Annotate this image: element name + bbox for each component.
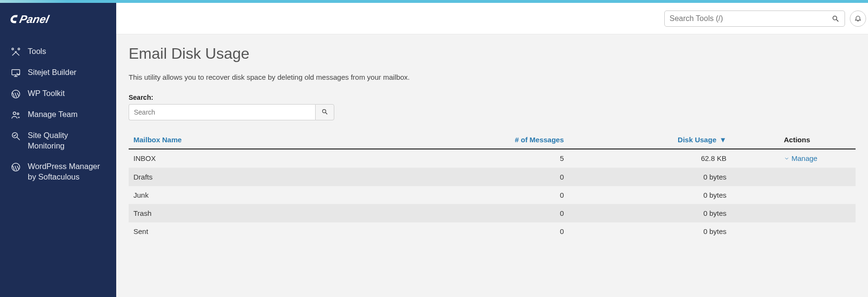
- manage-link[interactable]: Manage: [784, 154, 817, 162]
- col-header-label: Disk Usage: [678, 136, 716, 144]
- cell-disk-usage: 0 bytes: [569, 168, 731, 186]
- table-row: Trash00 bytes: [129, 204, 856, 222]
- cell-disk-usage: 0 bytes: [569, 204, 731, 222]
- sidebar-item-label: Tools: [28, 46, 107, 56]
- cell-mailbox-name: Drafts: [129, 168, 454, 186]
- cell-actions: [731, 168, 856, 186]
- search-icon[interactable]: [831, 14, 840, 23]
- wordpress-icon: [11, 89, 21, 99]
- cell-messages: 0: [454, 204, 569, 222]
- mailboxes-table: Mailbox Name # of Messages Disk Usage ▼ …: [129, 131, 856, 240]
- monitor-icon: [11, 68, 21, 78]
- table-row: Sent00 bytes: [129, 222, 856, 240]
- sidebar: Panel Tools Sitejet Builder WP Toolkit: [0, 3, 116, 297]
- sidebar-item-label: Sitejet Builder: [28, 67, 107, 77]
- svg-point-1: [12, 48, 14, 50]
- cell-messages: 0: [454, 186, 569, 204]
- sort-indicator-icon: ▼: [719, 136, 726, 144]
- cell-disk-usage: 0 bytes: [569, 222, 731, 240]
- sidebar-item-label: Manage Team: [28, 109, 107, 119]
- tools-icon: [11, 47, 21, 57]
- table-row: Junk00 bytes: [129, 186, 856, 204]
- col-header-label: Mailbox Name: [133, 136, 182, 144]
- cell-actions: [731, 204, 856, 222]
- cell-mailbox-name: Junk: [129, 186, 454, 204]
- cell-disk-usage: 62.8 KB: [569, 149, 731, 168]
- col-header-label: # of Messages: [515, 136, 564, 144]
- sidebar-item-wptoolkit[interactable]: WP Toolkit: [0, 83, 116, 104]
- search-label: Search:: [129, 94, 856, 101]
- col-header-label: Actions: [784, 136, 810, 144]
- svg-point-9: [833, 16, 837, 20]
- main-content: Email Disk Usage This utility allows you…: [116, 34, 868, 297]
- sidebar-item-wp-manager[interactable]: WordPress Manager by Softaculous: [0, 156, 116, 187]
- sidebar-item-label: Site Quality Monitoring: [28, 130, 107, 151]
- brand-logo[interactable]: Panel: [0, 11, 116, 35]
- cell-actions: Manage: [731, 149, 856, 168]
- svg-point-5: [13, 112, 16, 115]
- col-header-actions: Actions: [731, 131, 856, 149]
- wordpress-icon: [11, 162, 21, 172]
- manage-label: Manage: [791, 154, 817, 162]
- cell-mailbox-name: Trash: [129, 204, 454, 222]
- mailbox-search-row: [129, 104, 856, 120]
- cell-actions: [731, 222, 856, 240]
- search-tools-wrap[interactable]: [664, 11, 845, 27]
- cell-actions: [731, 186, 856, 204]
- cell-messages: 0: [454, 222, 569, 240]
- svg-rect-3: [12, 70, 20, 75]
- search-icon: [321, 108, 328, 117]
- cell-mailbox-name: Sent: [129, 222, 454, 240]
- table-row: INBOX562.8 KBManage: [129, 149, 856, 168]
- header-bar: [116, 3, 868, 34]
- table-row: Drafts00 bytes: [129, 168, 856, 186]
- sidebar-nav: Tools Sitejet Builder WP Toolkit Manage …: [0, 41, 116, 187]
- svg-point-6: [17, 113, 19, 115]
- quality-icon: [11, 131, 21, 141]
- svg-point-2: [18, 48, 20, 50]
- team-icon: [11, 110, 21, 120]
- cell-messages: 0: [454, 168, 569, 186]
- svg-point-10: [322, 109, 326, 113]
- chevron-down-icon: [784, 156, 790, 161]
- bell-icon: [854, 14, 862, 23]
- mailbox-search-input[interactable]: [129, 104, 315, 120]
- svg-text:Panel: Panel: [19, 13, 51, 25]
- cell-messages: 5: [454, 149, 569, 168]
- sidebar-item-label: WordPress Manager by Softaculous: [28, 161, 107, 182]
- page-description: This utility allows you to recover disk …: [129, 73, 856, 81]
- col-header-messages[interactable]: # of Messages: [454, 131, 569, 149]
- sidebar-item-sitejet[interactable]: Sitejet Builder: [0, 62, 116, 83]
- cell-disk-usage: 0 bytes: [569, 186, 731, 204]
- sidebar-item-tools[interactable]: Tools: [0, 41, 116, 62]
- mailbox-search-button[interactable]: [315, 104, 334, 120]
- search-tools-input[interactable]: [670, 14, 831, 23]
- cell-mailbox-name: INBOX: [129, 149, 454, 168]
- col-header-disk[interactable]: Disk Usage ▼: [569, 131, 731, 149]
- sidebar-item-site-quality[interactable]: Site Quality Monitoring: [0, 125, 116, 156]
- sidebar-item-label: WP Toolkit: [28, 88, 107, 98]
- page-title: Email Disk Usage: [129, 45, 856, 63]
- col-header-name[interactable]: Mailbox Name: [129, 131, 454, 149]
- notifications-button[interactable]: [850, 11, 866, 27]
- sidebar-item-manage-team[interactable]: Manage Team: [0, 104, 116, 125]
